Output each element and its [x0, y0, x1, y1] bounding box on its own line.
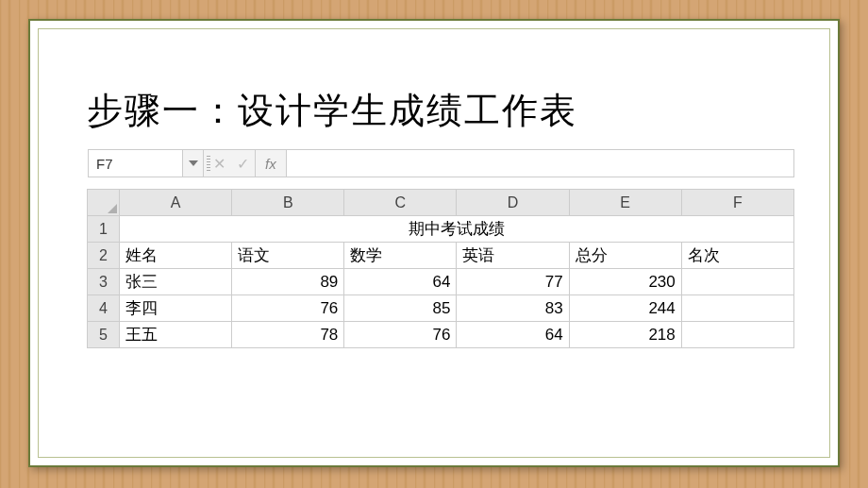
cell-f3[interactable]: [681, 269, 793, 295]
slide-card: 步骤一：设计学生成绩工作表 F7 ✕ ✓ fx A B C D E F: [28, 19, 840, 467]
cell-c5[interactable]: 76: [344, 322, 457, 348]
col-header-a[interactable]: A: [120, 190, 232, 216]
cell-a4[interactable]: 李四: [120, 295, 232, 322]
row-header-3[interactable]: 3: [88, 269, 120, 295]
cell-e5[interactable]: 218: [569, 322, 681, 348]
select-all-corner[interactable]: [88, 190, 120, 216]
cell-b4[interactable]: 76: [232, 295, 344, 322]
cell-f4[interactable]: [681, 295, 793, 322]
enter-icon[interactable]: ✓: [237, 155, 249, 173]
row-header-2[interactable]: 2: [88, 243, 120, 269]
col-header-b[interactable]: B: [232, 190, 344, 216]
cell-d5[interactable]: 64: [457, 322, 569, 348]
cell-b5[interactable]: 78: [232, 322, 344, 348]
cell-c2[interactable]: 数学: [344, 243, 457, 269]
cell-f2[interactable]: 名次: [681, 243, 793, 269]
slide-title: 步骤一：设计学生成绩工作表: [87, 87, 791, 135]
col-header-d[interactable]: D: [457, 190, 569, 216]
col-header-f[interactable]: F: [681, 190, 793, 216]
cell-a3[interactable]: 张三: [120, 269, 232, 295]
name-box-dropdown[interactable]: [183, 150, 204, 177]
cell-e2[interactable]: 总分: [569, 243, 681, 269]
formula-input[interactable]: [287, 150, 793, 177]
cell-e3[interactable]: 230: [569, 269, 681, 295]
cell-a5[interactable]: 王五: [120, 322, 232, 348]
row-header-5[interactable]: 5: [88, 322, 120, 348]
col-header-c[interactable]: C: [344, 190, 457, 216]
row-header-4[interactable]: 4: [88, 295, 120, 322]
spreadsheet-grid: A B C D E F 1 期中考试成绩 2 姓名 语文 数学 英语 总分 名次: [87, 189, 794, 348]
name-box[interactable]: F7: [89, 150, 183, 177]
chevron-down-icon: [189, 160, 198, 166]
cell-c4[interactable]: 85: [344, 295, 457, 322]
col-header-e[interactable]: E: [569, 190, 681, 216]
formula-bar: F7 ✕ ✓ fx: [88, 149, 794, 177]
cell-b3[interactable]: 89: [232, 269, 344, 295]
cell-e4[interactable]: 244: [569, 295, 681, 322]
row-header-1[interactable]: 1: [88, 216, 120, 243]
cell-b2[interactable]: 语文: [232, 243, 344, 269]
excel-screenshot: F7 ✕ ✓ fx A B C D E F 1 期中考试成: [87, 149, 794, 348]
cell-merged-title[interactable]: 期中考试成绩: [120, 216, 794, 243]
cell-d3[interactable]: 77: [457, 269, 569, 295]
cell-d2[interactable]: 英语: [457, 243, 569, 269]
fx-button[interactable]: fx: [256, 150, 287, 177]
cell-f5[interactable]: [681, 322, 793, 348]
cell-a2[interactable]: 姓名: [120, 243, 232, 269]
cell-c3[interactable]: 64: [344, 269, 457, 295]
formula-controls: ✕ ✓: [204, 150, 256, 177]
cell-d4[interactable]: 83: [457, 295, 569, 322]
cancel-icon[interactable]: ✕: [213, 155, 225, 173]
